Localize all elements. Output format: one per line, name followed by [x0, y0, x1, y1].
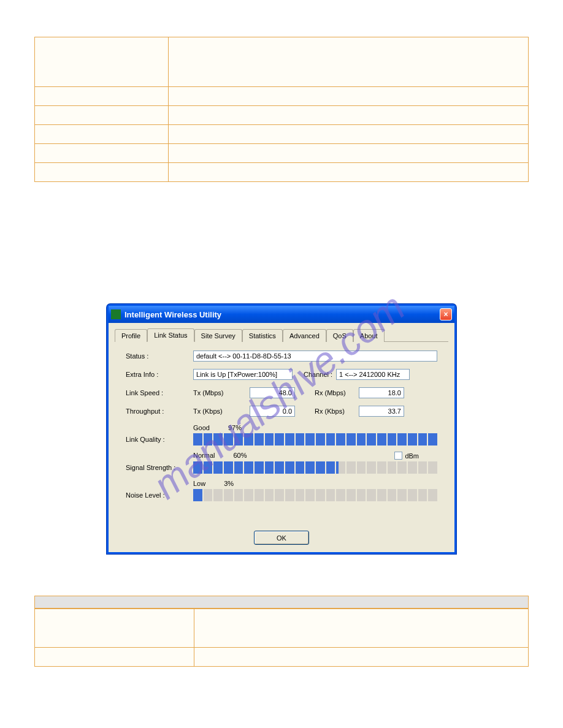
dbm-checkbox[interactable] — [394, 452, 402, 460]
throughput-label: Throughput : — [126, 408, 193, 415]
table-row — [35, 647, 528, 666]
tab-profile[interactable]: Profile — [115, 329, 147, 342]
table-row — [35, 86, 528, 105]
link-quality-rating: Good — [193, 424, 210, 431]
status-value: default <--> 00-11-D8-8D-55-13 — [193, 351, 437, 362]
tx-mbps-label: Tx (Mbps) — [193, 389, 250, 396]
table-row — [35, 124, 528, 143]
tab-label: Statistics — [249, 332, 276, 339]
dialog-window: Intelligent Wireless Utility × Profile L… — [107, 304, 456, 554]
link-quality-percent: 97% — [228, 424, 242, 431]
ok-button[interactable]: OK — [254, 531, 309, 545]
ok-button-label: OK — [277, 534, 286, 542]
signal-rating: Normal — [193, 452, 215, 460]
noise-level-bar — [193, 489, 437, 501]
rx-kbps-value: 33.7 — [359, 406, 404, 417]
tab-label: QoS — [333, 332, 347, 339]
rx-kbps-label: Rx (Kbps) — [315, 408, 359, 415]
tab-label: About — [360, 332, 378, 339]
extra-info-label: Extra Info : — [126, 371, 193, 378]
channel-value: 1 <--> 2412000 KHz — [336, 369, 410, 380]
close-icon: × — [443, 310, 448, 319]
table-row — [35, 143, 528, 162]
tab-label: Profile — [121, 332, 140, 339]
status-label: Status : — [126, 352, 193, 360]
tab-link-status[interactable]: Link Status — [147, 328, 194, 342]
window-title: Intelligent Wireless Utility — [124, 310, 440, 319]
noise-rating: Low — [193, 480, 205, 487]
link-quality-label: Link Quality : — [126, 436, 193, 443]
extra-info-value: Link is Up [TxPower:100%] — [193, 369, 293, 380]
table-row — [35, 105, 528, 124]
tab-qos[interactable]: QoS — [326, 329, 353, 342]
table-header — [35, 596, 528, 609]
tab-label: Link Status — [154, 332, 187, 339]
tab-label: Site Survey — [201, 332, 236, 339]
tab-label: Advanced — [289, 332, 320, 339]
table-row — [35, 37, 528, 86]
tab-statistics[interactable]: Statistics — [242, 329, 283, 342]
link-speed-label: Link Speed : — [126, 389, 193, 396]
dbm-label: dBm — [405, 452, 419, 460]
app-icon — [111, 309, 121, 319]
tx-kbps-label: Tx (Kbps) — [193, 408, 250, 415]
tx-mbps-value: 48.0 — [250, 387, 295, 398]
tab-strip: Profile Link Status Site Survey Statisti… — [115, 328, 448, 342]
table-row — [35, 162, 528, 181]
tab-site-survey[interactable]: Site Survey — [194, 329, 242, 342]
channel-label: Channel : — [304, 371, 332, 378]
upper-table — [34, 37, 529, 182]
rx-mbps-label: Rx (Mbps) — [315, 389, 359, 396]
titlebar[interactable]: Intelligent Wireless Utility × — [109, 306, 454, 323]
tab-about[interactable]: About — [353, 329, 385, 342]
noise-percent: 3% — [224, 480, 234, 487]
tx-kbps-value: 0.0 — [250, 406, 295, 417]
signal-strength-bar — [193, 461, 437, 474]
close-button[interactable]: × — [440, 308, 452, 320]
rx-mbps-value: 18.0 — [359, 387, 404, 398]
lower-table — [34, 596, 529, 667]
signal-percent: 60% — [233, 452, 247, 460]
signal-strength-label: Signal Strength : — [126, 464, 193, 471]
tab-advanced[interactable]: Advanced — [283, 329, 326, 342]
link-quality-bar — [193, 433, 437, 446]
table-row — [35, 609, 528, 647]
noise-level-label: Noise Level : — [126, 491, 193, 499]
